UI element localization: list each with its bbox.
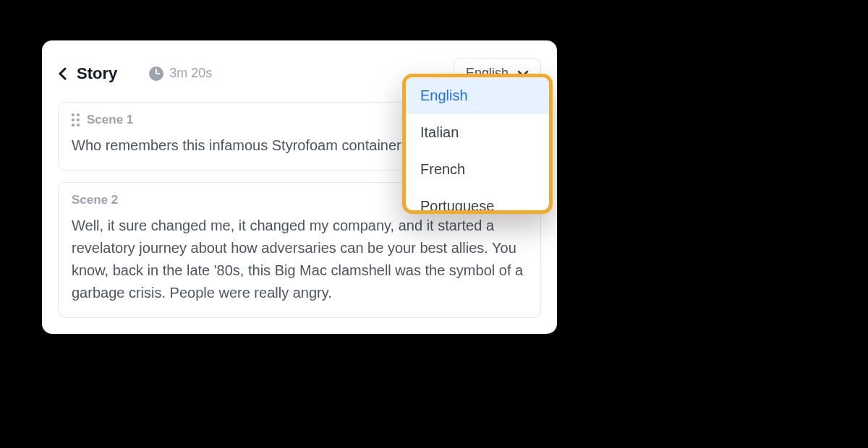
scene-title: Scene 1 [87, 113, 133, 127]
page-title: Story [77, 64, 117, 83]
language-dropdown: English Italian French Portuguese [402, 74, 553, 214]
language-option-french[interactable]: French [406, 151, 549, 188]
language-option-italian[interactable]: Italian [406, 114, 549, 151]
back-icon[interactable] [58, 66, 67, 81]
scene-title: Scene 2 [72, 193, 118, 207]
scene-text[interactable]: Well, it sure changed me, it changed my … [72, 215, 527, 304]
language-option-english[interactable]: English [406, 77, 549, 114]
drag-handle-icon[interactable] [72, 113, 80, 126]
duration-text: 3m 20s [169, 66, 212, 81]
clock-icon [149, 66, 163, 81]
language-option-portuguese[interactable]: Portuguese [406, 188, 549, 214]
duration-group: 3m 20s [149, 66, 212, 81]
